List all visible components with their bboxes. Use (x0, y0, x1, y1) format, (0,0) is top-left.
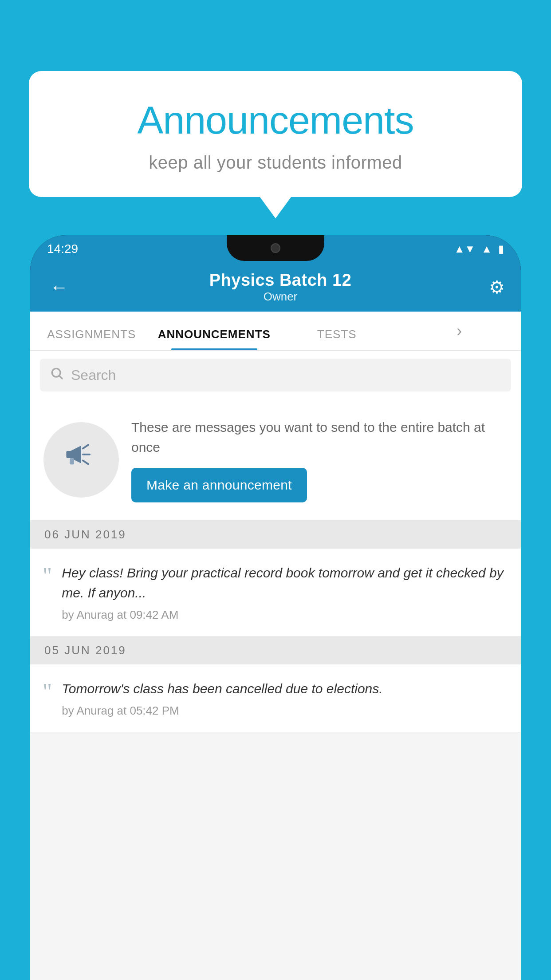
phone-frame: 14:29 ▲▼ ▲ ▮ ← Physics Batch 12 Owner ⚙ … (30, 235, 521, 980)
signal-icon: ▲ (481, 243, 492, 255)
announcement-message-1: Hey class! Bring your practical record b… (62, 563, 508, 603)
announcement-text-2: Tomorrow's class has been cancelled due … (62, 679, 508, 718)
search-placeholder: Search (71, 367, 116, 383)
tab-assignments[interactable]: ASSIGNMENTS (30, 328, 153, 350)
bubble-title: Announcements (51, 98, 500, 143)
announcement-item-2[interactable]: " Tomorrow's class has been cancelled du… (30, 664, 521, 732)
bubble-subtitle: keep all your students informed (51, 153, 500, 173)
quote-icon-2: " (43, 680, 52, 703)
app-bar-subtitle: Owner (72, 290, 489, 304)
promo-description: These are messages you want to send to t… (131, 417, 508, 457)
date-header-2: 05 JUN 2019 (30, 636, 521, 664)
announcement-meta-2: by Anurag at 05:42 PM (62, 704, 508, 718)
search-icon (50, 366, 64, 384)
camera (271, 243, 280, 253)
date-header-1: 06 JUN 2019 (30, 521, 521, 549)
tab-announcements[interactable]: ANNOUNCEMENTS (153, 328, 276, 350)
announcement-meta-1: by Anurag at 09:42 AM (62, 608, 508, 622)
make-announcement-button[interactable]: Make an announcement (131, 468, 307, 502)
tab-tests[interactable]: TESTS (276, 328, 398, 350)
svg-rect-3 (66, 451, 71, 458)
search-bar: Search (30, 351, 521, 399)
speech-bubble: Announcements keep all your students inf… (29, 71, 522, 197)
back-button[interactable]: ← (46, 273, 72, 301)
settings-button[interactable]: ⚙ (489, 277, 505, 297)
app-bar-title: Physics Batch 12 (72, 271, 489, 290)
content-area: Search These are messages you (30, 351, 521, 980)
battery-icon: ▮ (498, 243, 504, 255)
search-input-wrap[interactable]: Search (40, 359, 511, 391)
app-bar: ← Physics Batch 12 Owner ⚙ (30, 263, 521, 312)
tabs-bar: ASSIGNMENTS ANNOUNCEMENTS TESTS › (30, 312, 521, 351)
app-bar-center: Physics Batch 12 Owner (72, 271, 489, 304)
status-time: 14:29 (47, 242, 78, 256)
promo-right: These are messages you want to send to t… (131, 417, 508, 502)
status-icons: ▲▼ ▲ ▮ (454, 243, 504, 255)
wifi-icon: ▲▼ (454, 243, 476, 255)
announcement-message-2: Tomorrow's class has been cancelled due … (62, 679, 508, 699)
svg-line-4 (83, 445, 88, 448)
svg-line-1 (59, 376, 62, 379)
megaphone-icon (63, 439, 99, 481)
announcement-item-1[interactable]: " Hey class! Bring your practical record… (30, 549, 521, 636)
announcement-text-1: Hey class! Bring your practical record b… (62, 563, 508, 622)
quote-icon-1: " (43, 565, 52, 588)
promo-card: These are messages you want to send to t… (30, 399, 521, 521)
svg-rect-7 (70, 458, 74, 464)
notch (227, 235, 324, 261)
promo-icon-circle (43, 422, 119, 498)
svg-line-6 (83, 461, 88, 464)
tab-more[interactable]: › (398, 322, 521, 350)
